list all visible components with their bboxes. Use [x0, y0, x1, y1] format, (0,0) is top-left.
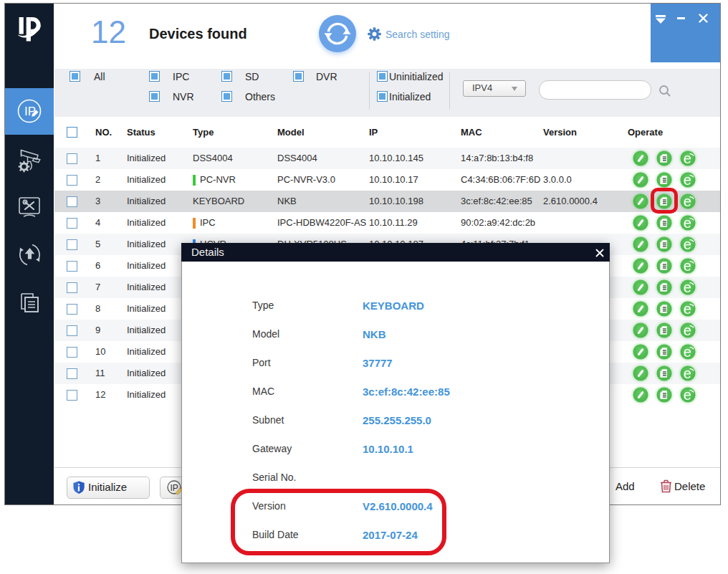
svg-text:e: e [684, 301, 691, 317]
svg-text:e: e [684, 387, 691, 403]
svg-text:e: e [684, 322, 691, 338]
svg-text:e: e [684, 215, 691, 231]
svg-text:e: e [684, 344, 691, 360]
svg-text:e: e [684, 172, 691, 188]
svg-text:e: e [684, 150, 691, 166]
svg-text:IP: IP [24, 105, 36, 118]
svg-text:e: e [684, 193, 691, 209]
svg-text:e: e [684, 365, 691, 381]
svg-text:e: e [684, 236, 691, 252]
svg-text:e: e [684, 279, 691, 295]
svg-text:e: e [684, 258, 691, 274]
